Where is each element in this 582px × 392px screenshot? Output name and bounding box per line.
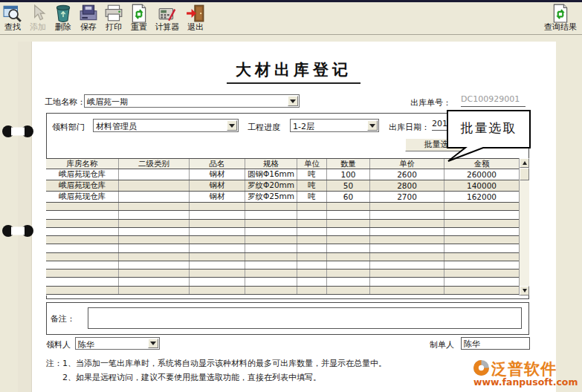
table-cell xyxy=(444,244,519,252)
table-cell xyxy=(297,203,327,210)
remark-input[interactable] xyxy=(88,307,522,329)
table-cell xyxy=(245,278,297,285)
table-empty-row[interactable] xyxy=(46,211,519,219)
table-row[interactable]: 峨眉苑现仓库钢材罗纹Φ25mm吨602700162000 xyxy=(46,192,519,203)
table-cell xyxy=(46,236,119,244)
table-cell xyxy=(297,244,327,252)
table-cell xyxy=(119,192,190,202)
table-cell: 60 xyxy=(327,192,370,202)
date-label: 出库日期： xyxy=(389,122,430,133)
brand-url: www.fanpusoft.com xyxy=(473,376,578,388)
callout-label: 批量选取 xyxy=(447,120,530,137)
table-cell xyxy=(370,228,444,235)
table-cell xyxy=(327,261,370,269)
requisitioner-dropdown-button[interactable] xyxy=(148,339,158,348)
delete-label: 删除 xyxy=(55,23,71,32)
table-cell xyxy=(370,287,444,294)
table-cell xyxy=(119,228,190,235)
table-cell: 峨眉苑现仓库 xyxy=(46,180,119,191)
site-name-dropdown-button[interactable] xyxy=(288,96,298,106)
scroll-down-button[interactable] xyxy=(520,286,529,295)
table-cell: 罗纹Φ20mm xyxy=(245,180,297,191)
table-cell xyxy=(119,244,190,252)
table-cell xyxy=(297,253,327,261)
table-cell xyxy=(444,236,519,244)
progress-combobox[interactable]: 1-2层 xyxy=(290,119,379,132)
table-cell xyxy=(46,270,119,277)
exit-button[interactable]: 退出 xyxy=(183,4,208,32)
creator-label: 制单人 xyxy=(430,339,454,350)
table-cell: 钢材 xyxy=(190,169,245,180)
table-cell: 吨 xyxy=(297,192,327,202)
table-cell xyxy=(119,278,190,285)
table-cell xyxy=(46,287,119,294)
table-empty-row[interactable] xyxy=(46,203,519,211)
table-cell xyxy=(119,261,190,269)
dept-combobox[interactable]: 材料管理员 xyxy=(93,119,239,132)
table-empty-row[interactable] xyxy=(46,278,519,286)
table-cell: 钢材 xyxy=(190,192,245,202)
table-empty-row[interactable] xyxy=(46,261,519,270)
chevron-down-icon xyxy=(369,124,375,131)
scrollbar-thumb[interactable] xyxy=(520,168,529,180)
table-cell xyxy=(190,244,245,252)
table-cell xyxy=(444,253,519,261)
save-button[interactable]: 保存 xyxy=(76,4,101,32)
table-scrollbar[interactable] xyxy=(519,158,529,295)
table-cell xyxy=(190,220,245,227)
app-window: 查找 添加 删除 保存 xyxy=(0,0,582,392)
table-cell xyxy=(46,253,119,261)
table-empty-row[interactable] xyxy=(46,244,519,252)
table-cell xyxy=(444,211,519,218)
table-cell: 100 xyxy=(327,169,370,180)
table-cell xyxy=(190,270,245,277)
requisitioner-combobox[interactable]: 陈华 xyxy=(75,337,160,350)
table-cell xyxy=(190,253,245,261)
table-empty-row[interactable] xyxy=(46,220,519,228)
table-cell xyxy=(119,236,190,244)
table-cell: 圆钢Φ16mm xyxy=(245,169,297,180)
query-result-icon xyxy=(551,4,570,23)
table-empty-row[interactable] xyxy=(46,236,519,244)
note-line-2: 2、如果是远程访问，建议不要使用批量选取功能，直接在列表中填写。 xyxy=(62,372,321,383)
query-result-button[interactable]: 查询结果 xyxy=(545,4,576,32)
table-empty-row[interactable] xyxy=(46,228,519,236)
table-cell xyxy=(190,278,245,285)
dept-value: 材料管理员 xyxy=(96,121,137,132)
table-cell xyxy=(245,236,297,244)
table-cell xyxy=(190,287,245,294)
progress-value: 1-2层 xyxy=(293,121,314,132)
table-cell xyxy=(370,253,444,261)
table-cell: 钢材 xyxy=(190,180,245,191)
dept-dropdown-button[interactable] xyxy=(227,120,237,131)
table-empty-row[interactable] xyxy=(46,270,519,278)
table-cell xyxy=(327,228,370,235)
remark-label: 备注： xyxy=(51,313,75,324)
chevron-down-icon xyxy=(150,342,156,348)
print-button[interactable]: 打印 xyxy=(101,4,126,32)
fanpu-logo-icon xyxy=(473,359,490,376)
delete-icon xyxy=(54,4,73,23)
table-cell xyxy=(297,270,327,277)
calculator-button[interactable]: 计算器 xyxy=(152,4,183,32)
table-cell: 260000 xyxy=(444,169,519,180)
add-button[interactable]: 添加 xyxy=(25,4,51,32)
site-name-value: 峨眉苑一期 xyxy=(87,97,128,108)
order-no-field: DC100929001 xyxy=(461,94,526,107)
table-row[interactable]: 峨眉苑现仓库钢材圆钢Φ16mm吨1002600260000 xyxy=(46,169,519,180)
arrow-down-icon xyxy=(523,289,527,295)
paper-binding-strip xyxy=(18,42,32,392)
progress-dropdown-button[interactable] xyxy=(367,120,378,131)
table-empty-row[interactable] xyxy=(46,287,519,295)
print-icon xyxy=(104,4,123,23)
site-name-combobox[interactable]: 峨眉苑一期 xyxy=(84,94,300,108)
table-empty-row[interactable] xyxy=(46,253,519,261)
table-cell xyxy=(119,253,190,261)
delete-button[interactable]: 删除 xyxy=(51,4,76,32)
reset-button[interactable]: 重置 xyxy=(126,4,152,32)
column-header: 库房名称 xyxy=(46,159,119,169)
table-row[interactable]: 峨眉苑现仓库钢材罗纹Φ20mm吨502800140000 xyxy=(46,180,519,192)
table-cell xyxy=(119,169,190,180)
table-cell xyxy=(444,270,519,277)
find-button[interactable]: 查找 xyxy=(0,4,25,32)
